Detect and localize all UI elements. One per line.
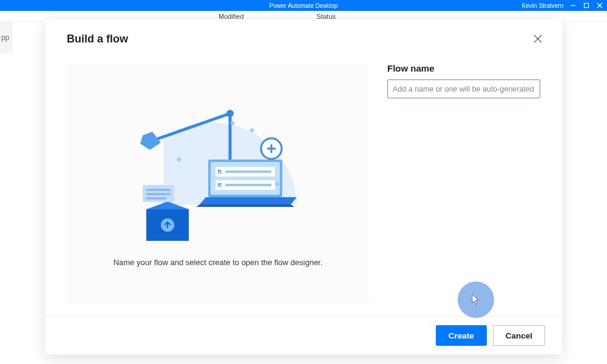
cursor-highlight	[458, 281, 494, 318]
user-name: Kevin Stratvern	[522, 2, 563, 9]
illustration-caption: Name your flow and select create to open…	[114, 258, 323, 267]
close-window-button[interactable]	[596, 2, 603, 8]
svg-rect-1	[585, 4, 589, 8]
svg-marker-16	[140, 132, 161, 150]
minimize-button[interactable]	[569, 2, 577, 8]
flow-name-label: Flow name	[387, 63, 540, 73]
maximize-button[interactable]	[583, 2, 590, 8]
create-button[interactable]: Create	[436, 325, 487, 346]
flow-illustration	[115, 101, 321, 247]
col-modified: Modified	[219, 13, 244, 20]
close-modal-button[interactable]	[531, 32, 545, 46]
modal-title: Build a flow	[67, 33, 128, 46]
cursor-icon	[471, 294, 481, 306]
build-flow-modal: Build a flow	[45, 19, 562, 354]
app-title: Power Automate Desktop	[270, 2, 338, 9]
col-status: Status	[317, 13, 336, 20]
close-icon	[534, 35, 542, 43]
illustration-panel: Name your flow and select create to open…	[67, 63, 369, 305]
svg-marker-18	[196, 204, 294, 207]
svg-marker-17	[200, 197, 297, 204]
flow-name-input[interactable]	[387, 79, 540, 98]
cancel-button[interactable]: Cancel	[493, 325, 545, 346]
titlebar: Power Automate Desktop Kevin Stratvern	[0, 0, 607, 11]
sidebar-fragment: pp	[0, 22, 12, 53]
